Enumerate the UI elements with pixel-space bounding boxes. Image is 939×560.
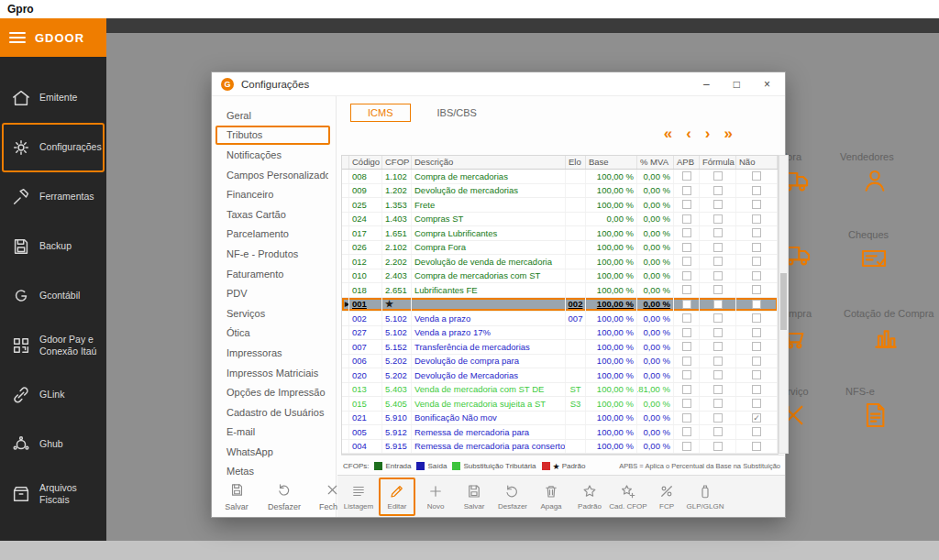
settings-menu-item[interactable]: Opções de Impressão — [215, 382, 330, 402]
table-row[interactable]: 024 1.403 Compras ST 0,00 % 0,00 % — [342, 213, 778, 227]
formula-checkbox[interactable] — [713, 427, 723, 436]
nao-checkbox[interactable] — [752, 300, 761, 309]
sidebar-item-glink[interactable]: GLink — [2, 370, 105, 420]
first-page-icon[interactable]: « — [664, 126, 672, 142]
novo-button[interactable]: Novo — [417, 478, 454, 516]
nao-checkbox[interactable] — [752, 200, 761, 209]
apb-checkbox[interactable] — [682, 171, 691, 181]
formula-checkbox[interactable] — [713, 328, 723, 337]
cad-cfop-button[interactable]: Cad. CFOP — [610, 478, 646, 516]
header-descricao[interactable]: Descrição — [412, 156, 566, 169]
nao-checkbox[interactable] — [752, 399, 761, 408]
header-codigo[interactable]: Código — [349, 156, 382, 169]
apb-checkbox[interactable] — [682, 200, 691, 209]
table-row[interactable]: 008 1.102 Compra de mercadorias 100,00 %… — [342, 170, 778, 184]
scrollbar-thumb[interactable] — [780, 273, 787, 330]
nao-checkbox[interactable] — [752, 313, 761, 323]
table-row[interactable]: 010 2.403 Compra de mercadorias com ST 1… — [342, 269, 778, 284]
apb-checkbox[interactable] — [682, 328, 691, 337]
nao-checkbox[interactable] — [752, 413, 761, 423]
formula-checkbox[interactable] — [713, 357, 723, 366]
sidebar-item-gcontabil[interactable]: Gcontábil — [2, 271, 105, 321]
nao-checkbox[interactable] — [752, 385, 761, 394]
settings-menu-item[interactable]: Serviços — [215, 303, 330, 324]
hamburger-menu-icon[interactable] — [9, 32, 26, 43]
glp-glgn-button[interactable]: GLP/GLGN — [687, 478, 724, 516]
apb-checkbox[interactable] — [682, 257, 691, 266]
nao-checkbox[interactable] — [752, 228, 761, 237]
settings-menu-item[interactable]: WhatsApp — [215, 442, 330, 462]
table-row[interactable]: 026 2.102 Compra Fora 100,00 % 0,00 % — [342, 241, 778, 256]
dialog-titlebar[interactable]: G Configurações – □ × — [212, 72, 785, 96]
fcp-button[interactable]: FCP — [648, 478, 685, 516]
formula-checkbox[interactable] — [713, 442, 723, 451]
formula-checkbox[interactable] — [713, 171, 723, 181]
apb-checkbox[interactable] — [682, 342, 691, 351]
settings-menu-item[interactable]: Cadastro de Usuários — [215, 402, 330, 423]
nao-checkbox[interactable] — [752, 243, 761, 252]
nao-checkbox[interactable] — [752, 442, 761, 451]
settings-menu-item[interactable]: Faturamento — [215, 264, 330, 284]
apb-checkbox[interactable] — [682, 271, 691, 280]
settings-menu-item[interactable]: Parcelamento — [215, 225, 330, 245]
formula-checkbox[interactable] — [713, 228, 723, 237]
table-row[interactable]: 015 5.405 Venda de mercadoria sujeita a … — [342, 397, 778, 412]
formula-checkbox[interactable] — [713, 200, 723, 209]
editar-button[interactable]: Editar — [379, 478, 415, 516]
header-base[interactable]: Base — [586, 156, 637, 169]
desktop-shortcut-cotacao-de-compra[interactable]: Cotação de Compra — [844, 308, 933, 354]
last-page-icon[interactable]: » — [724, 126, 733, 142]
sidebar-item-configuracoes[interactable]: Configurações — [2, 123, 105, 172]
prev-page-icon[interactable]: ‹ — [686, 126, 691, 142]
settings-menu-item[interactable]: Geral — [215, 105, 330, 126]
close-icon[interactable]: × — [764, 72, 770, 96]
salvar-button[interactable]: Salvar — [219, 482, 254, 511]
apb-checkbox[interactable] — [682, 385, 691, 394]
apb-checkbox[interactable] — [682, 285, 691, 294]
nao-checkbox[interactable] — [752, 186, 761, 195]
apb-checkbox[interactable] — [682, 427, 691, 436]
settings-menu-item[interactable]: Metas — [215, 462, 330, 482]
sidebar-item-ferramentas[interactable]: Ferramentas — [2, 172, 105, 222]
apb-checkbox[interactable] — [682, 300, 691, 309]
settings-menu-item[interactable]: Campos Personalizados — [215, 165, 330, 185]
table-row[interactable]: 002 5.102 Venda a prazo 007 100,00 % 0,0… — [342, 312, 778, 326]
desktop-shortcut-vendedores[interactable]: Vendedores — [840, 151, 894, 197]
header-cfop[interactable]: CFOP — [382, 156, 412, 169]
apb-checkbox[interactable] — [682, 313, 691, 323]
settings-menu-item[interactable]: Ótica — [215, 324, 330, 344]
apb-checkbox[interactable] — [682, 399, 691, 408]
formula-checkbox[interactable] — [713, 370, 723, 379]
desktop-shortcut-nfse[interactable]: NFS-e — [845, 386, 889, 432]
desktop-shortcut-cheques[interactable]: Cheques — [848, 229, 889, 275]
table-row[interactable]: 021 5.910 Bonificação Não mov 100,00 % 0… — [342, 412, 778, 426]
table-scrollbar[interactable] — [779, 155, 789, 454]
table-row[interactable]: 025 1.353 Frete 100,00 % 0,00 % — [342, 198, 778, 213]
table-row[interactable]: 006 5.202 Devolução de compra para 100,0… — [342, 355, 778, 369]
table-row[interactable]: 020 5.202 Devolução de Mercadorias 100,0… — [342, 368, 778, 383]
nao-checkbox[interactable] — [752, 171, 761, 181]
formula-checkbox[interactable] — [713, 313, 723, 323]
tab-ibs-cbs[interactable]: IBS/CBS — [420, 104, 494, 122]
settings-menu-item[interactable]: Taxas Cartão — [215, 204, 330, 225]
settings-menu-item[interactable]: Tributos — [215, 126, 330, 146]
nao-checkbox[interactable] — [752, 357, 761, 366]
tab-icms[interactable]: ICMS — [350, 104, 411, 122]
formula-checkbox[interactable] — [713, 186, 723, 195]
header-elo[interactable]: Elo — [566, 156, 586, 169]
table-row[interactable]: 009 1.202 Devolução de mercadorias 100,0… — [342, 184, 778, 199]
sidebar-item-emitente[interactable]: Emitente — [2, 73, 105, 123]
apb-checkbox[interactable] — [682, 186, 691, 195]
header-nao[interactable]: Não — [736, 156, 778, 169]
nao-checkbox[interactable] — [752, 285, 761, 294]
header-mva[interactable]: % MVA — [637, 156, 674, 169]
maximize-icon[interactable]: □ — [734, 72, 740, 96]
apb-checkbox[interactable] — [682, 442, 691, 451]
settings-menu-item[interactable]: E-mail — [215, 423, 330, 443]
table-row[interactable]: 007 5.152 Transferência de mercadorias 1… — [342, 340, 778, 355]
table-row[interactable]: 018 2.651 Lubrificantes FE 100,00 % 0,00… — [342, 283, 778, 298]
sidebar-item-ghub[interactable]: Ghub — [2, 420, 105, 469]
nao-checkbox[interactable] — [752, 342, 761, 351]
header-formula[interactable]: Fórmula — [700, 156, 736, 169]
minimize-icon[interactable]: – — [703, 72, 710, 96]
